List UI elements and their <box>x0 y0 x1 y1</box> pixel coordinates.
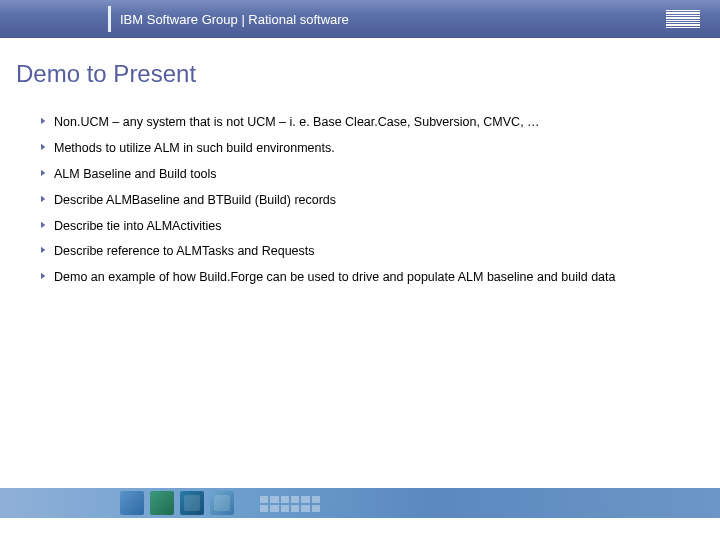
slide-title: Demo to Present <box>16 60 720 88</box>
bullet-item: Methods to utilize ALM in such build env… <box>40 140 680 157</box>
bullet-item: Describe ALMBaseline and BTBuild (Build)… <box>40 192 680 209</box>
header-accent <box>108 6 111 32</box>
footer-band <box>0 488 720 540</box>
footer-icon-row <box>120 491 234 515</box>
bullet-item: Demo an example of how Build.Forge can b… <box>40 269 680 286</box>
ibm-logo-icon <box>666 10 700 28</box>
bullet-list: Non.UCM – any system that is not UCM – i… <box>40 114 680 286</box>
footer-chip-icon <box>180 491 204 515</box>
footer-chip-icon <box>150 491 174 515</box>
header-bar: IBM Software Group | Rational software <box>0 0 720 38</box>
bullet-item: Describe tie into ALMActivities <box>40 218 680 235</box>
header-title: IBM Software Group | Rational software <box>120 12 349 27</box>
footer-chip-icon <box>120 491 144 515</box>
footer-chip-icon <box>210 491 234 515</box>
bullet-item: Non.UCM – any system that is not UCM – i… <box>40 114 680 131</box>
footer-white-strip <box>0 518 720 540</box>
bullet-item: ALM Baseline and Build tools <box>40 166 680 183</box>
footer-stripe <box>0 488 720 518</box>
footer-pattern-icon <box>260 496 320 512</box>
bullet-item: Describe reference to ALMTasks and Reque… <box>40 243 680 260</box>
